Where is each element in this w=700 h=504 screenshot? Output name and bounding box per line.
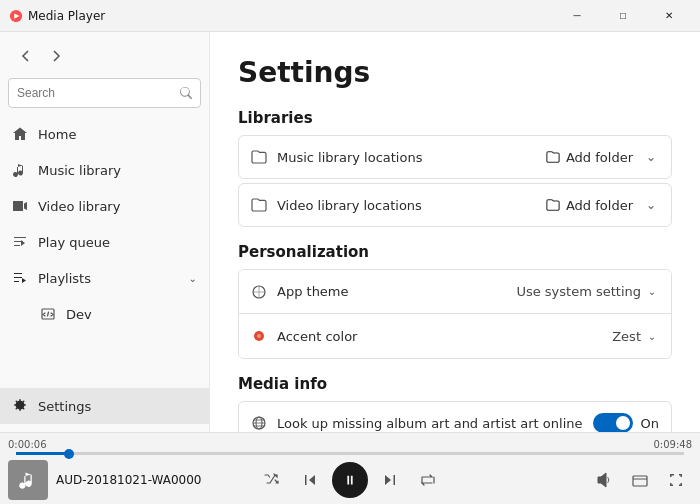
sidebar-item-dev-label: Dev [66, 307, 92, 322]
video-library-locations-label: Video library locations [277, 198, 536, 213]
mini-player-button[interactable] [624, 464, 656, 496]
media-info-section-title: Media info [238, 375, 672, 393]
sidebar: Home Music library Video library Play qu… [0, 32, 210, 432]
next-button[interactable] [374, 464, 406, 496]
album-art-toggle[interactable] [593, 413, 633, 432]
progress-bar[interactable] [16, 452, 684, 455]
music-note-icon [18, 470, 38, 490]
sidebar-item-play-queue[interactable]: Play queue [0, 224, 209, 260]
fullscreen-icon [668, 472, 684, 488]
accent-color-chevron-icon: ⌄ [645, 329, 659, 343]
album-art-label: Look up missing album art and artist art… [277, 416, 583, 431]
sidebar-item-playlists[interactable]: Playlists ⌄ [0, 260, 209, 296]
video-library-icon [12, 198, 28, 214]
sidebar-item-play-queue-label: Play queue [38, 235, 110, 250]
next-icon [382, 472, 398, 488]
previous-button[interactable] [294, 464, 326, 496]
sidebar-settings-label: Settings [38, 399, 91, 414]
svg-point-5 [257, 334, 261, 338]
track-title: AUD-20181021-WA0000 [56, 473, 201, 487]
sidebar-item-home-label: Home [38, 127, 76, 142]
minimize-button[interactable]: ─ [554, 0, 600, 32]
now-playing-bar: 0:00:06 0:09:48 AUD-20181021-WA0000 [0, 432, 700, 504]
video-library-locations-row[interactable]: Video library locations Add folder ⌄ [238, 183, 672, 227]
progress-dot [64, 449, 74, 459]
video-add-folder-icon [546, 198, 560, 212]
settings-content: Settings Libraries Music library locatio… [210, 32, 700, 432]
back-button[interactable] [12, 42, 40, 70]
close-button[interactable]: ✕ [646, 0, 692, 32]
play-pause-button[interactable] [332, 462, 368, 498]
mini-player-icon [632, 472, 648, 488]
shuffle-icon [264, 472, 280, 488]
personalization-rows: App theme Use system setting ⌄ Accent co… [238, 269, 672, 359]
search-input[interactable] [17, 86, 174, 100]
previous-icon [302, 472, 318, 488]
music-library-locations-label: Music library locations [277, 150, 536, 165]
sidebar-item-video-library[interactable]: Video library [0, 188, 209, 224]
accent-color-row[interactable]: Accent color Zest ⌄ [239, 314, 671, 358]
app-icon [8, 8, 24, 24]
video-add-folder-button[interactable]: Add folder [546, 198, 633, 213]
time-remaining: 0:09:48 [653, 439, 692, 450]
home-icon [12, 126, 28, 142]
app-theme-row[interactable]: App theme Use system setting ⌄ [239, 270, 671, 314]
repeat-icon [420, 472, 436, 488]
titlebar: Media Player ─ □ ✕ [0, 0, 700, 32]
maximize-button[interactable]: □ [600, 0, 646, 32]
pause-icon [343, 473, 357, 487]
main-container: Home Music library Video library Play qu… [0, 32, 700, 432]
sidebar-bottom: Settings [0, 388, 209, 424]
music-add-folder-button[interactable]: Add folder [546, 150, 633, 165]
sidebar-item-dev[interactable]: Dev [0, 296, 209, 332]
svg-rect-8 [633, 476, 647, 486]
sidebar-item-music-library[interactable]: Music library [0, 152, 209, 188]
globe-icon [251, 415, 267, 431]
sidebar-item-video-library-label: Video library [38, 199, 120, 214]
volume-button[interactable] [588, 464, 620, 496]
progress-section[interactable]: 0:00:06 0:09:48 [0, 439, 700, 455]
dev-icon [40, 306, 56, 322]
sidebar-item-music-library-label: Music library [38, 163, 121, 178]
time-elapsed: 0:00:06 [8, 439, 47, 450]
window-title: Media Player [28, 9, 554, 23]
album-art-toggle-wrap[interactable]: On [593, 413, 659, 432]
video-library-chevron-icon[interactable]: ⌄ [643, 197, 659, 213]
personalization-section-title: Personalization [238, 243, 672, 261]
music-library-locations-row[interactable]: Music library locations Add folder ⌄ [238, 135, 672, 179]
video-library-locations-icon [251, 197, 267, 213]
accent-color-label: Accent color [277, 329, 602, 344]
progress-bar-fill [16, 452, 69, 455]
repeat-button[interactable] [412, 464, 444, 496]
accent-color-icon [251, 328, 267, 344]
volume-icon [596, 472, 612, 488]
window-controls: ─ □ ✕ [554, 0, 692, 32]
controls-row: AUD-20181021-WA0000 [0, 455, 700, 504]
shuffle-button[interactable] [256, 464, 288, 496]
playlists-chevron-icon: ⌄ [189, 273, 197, 284]
search-bar[interactable] [8, 78, 201, 108]
sidebar-item-settings[interactable]: Settings [0, 388, 209, 424]
music-library-icon [12, 162, 28, 178]
app-theme-chevron-icon: ⌄ [645, 285, 659, 299]
accent-color-value-button[interactable]: Zest ⌄ [612, 329, 659, 344]
track-info: AUD-20181021-WA0000 [8, 460, 234, 500]
music-library-locations-icon [251, 149, 267, 165]
app-theme-value-button[interactable]: Use system setting ⌄ [516, 284, 659, 299]
music-add-folder-label: Add folder [566, 150, 633, 165]
track-thumbnail [8, 460, 48, 500]
album-art-toggle-label: On [641, 416, 659, 431]
sidebar-item-home[interactable]: Home [0, 116, 209, 152]
add-folder-icon [546, 150, 560, 164]
forward-button[interactable] [42, 42, 70, 70]
app-theme-value: Use system setting [516, 284, 641, 299]
music-library-chevron-icon[interactable]: ⌄ [643, 149, 659, 165]
sidebar-item-playlists-label: Playlists [38, 271, 91, 286]
libraries-section-title: Libraries [238, 109, 672, 127]
fullscreen-button[interactable] [660, 464, 692, 496]
accent-color-value: Zest [612, 329, 641, 344]
video-add-folder-label: Add folder [566, 198, 633, 213]
right-controls [466, 464, 692, 496]
app-theme-icon [251, 284, 267, 300]
play-queue-icon [12, 234, 28, 250]
